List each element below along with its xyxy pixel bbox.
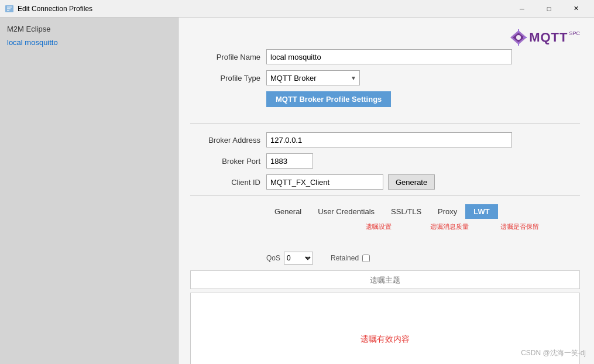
broker-address-row: Broker Address (190, 132, 580, 147)
mqtt-settings-button[interactable]: MQTT Broker Profile Settings (266, 91, 391, 107)
tab-proxy[interactable]: Proxy (430, 204, 465, 219)
tab-lwt[interactable]: LWT (465, 204, 497, 219)
retained-group: Retained (331, 254, 370, 262)
divider-2 (190, 195, 580, 196)
qos-select-wrapper: 0 1 2 ▼ (284, 252, 313, 265)
window-title: Edit Connection Profiles (18, 5, 92, 13)
retained-label: Retained (331, 254, 359, 262)
broker-port-input[interactable] (266, 153, 313, 169)
watermark: CSDN @沈海一笑-dj (521, 348, 586, 358)
content-area: MQTT SPC Profile Name Profile Type MQTT … (178, 18, 594, 364)
mqtt-logo-area: MQTT SPC (190, 29, 580, 46)
payload-placeholder: 遗嘱有效内容 (360, 334, 410, 345)
mqtt-logo-sub: SPC (569, 30, 580, 36)
svg-point-6 (516, 35, 521, 40)
title-bar: Edit Connection Profiles ─ □ ✕ (0, 0, 594, 18)
profile-name-row: Profile Name (190, 49, 580, 64)
settings-btn-row: MQTT Broker Profile Settings (190, 91, 580, 115)
tab-user-credentials[interactable]: User Credentials (310, 204, 383, 219)
lwt-annotations-area: 遗嘱设置 遗嘱消息质量 遗嘱是否保留 (266, 222, 580, 250)
maximize-button[interactable]: □ (535, 0, 562, 18)
topic-input[interactable] (191, 271, 579, 289)
profile-type-select[interactable]: MQTT Broker MQTT Publisher MQTT Subscrib… (266, 70, 360, 85)
minimize-button[interactable]: ─ (509, 0, 535, 18)
topic-input-wrapper (190, 270, 580, 289)
qos-label: QoS (266, 254, 280, 262)
broker-port-label: Broker Port (190, 157, 260, 166)
client-id-row: Client ID Generate (190, 174, 580, 190)
tabs-row: General User Credentials SSL/TLS Proxy L… (266, 204, 580, 219)
mqtt-logo-icon (509, 29, 528, 46)
generate-button[interactable]: Generate (388, 174, 435, 190)
tab-ssl-tls[interactable]: SSL/TLS (383, 204, 430, 219)
lwt-qos-annotation: 遗嘱消息质量 (430, 222, 469, 231)
tab-general[interactable]: General (266, 204, 310, 219)
sidebar-item-m2m-eclipse[interactable]: M2M Eclipse (0, 22, 178, 36)
broker-address-label: Broker Address (190, 136, 260, 145)
window-controls: ─ □ ✕ (509, 0, 589, 18)
qos-select[interactable]: 0 1 2 (284, 252, 313, 265)
mqtt-logo-text: MQTT (529, 30, 568, 45)
title-bar-left: Edit Connection Profiles (5, 4, 92, 13)
mqtt-logo: MQTT SPC (509, 29, 580, 46)
lwt-section: 遗嘱设置 遗嘱消息质量 遗嘱是否保留 QoS 0 1 2 ▼ (190, 222, 580, 364)
qos-group: QoS 0 1 2 ▼ (266, 252, 313, 265)
broker-address-input[interactable] (266, 132, 512, 147)
client-id-label: Client ID (190, 178, 260, 187)
topic-row (190, 270, 580, 289)
lwt-settings-annotation: 遗嘱设置 (366, 222, 392, 231)
divider-1 (190, 123, 580, 124)
retained-checkbox[interactable] (362, 255, 370, 262)
main-layout: M2M Eclipse local mosquitto MQTT SPC Pr (0, 18, 594, 364)
app-icon (5, 4, 14, 13)
sidebar-item-local-mosquitto[interactable]: local mosquitto (0, 36, 178, 49)
profile-type-select-wrapper: MQTT Broker MQTT Publisher MQTT Subscrib… (266, 70, 360, 85)
profile-type-row: Profile Type MQTT Broker MQTT Publisher … (190, 70, 580, 85)
sidebar: M2M Eclipse local mosquitto (0, 18, 178, 364)
lwt-retained-annotation: 遗嘱是否保留 (500, 222, 539, 231)
profile-name-label: Profile Name (190, 53, 260, 61)
client-id-input[interactable] (266, 174, 383, 190)
profile-type-label: Profile Type (190, 74, 260, 83)
qos-retained-row: QoS 0 1 2 ▼ Retained (266, 252, 580, 265)
profile-name-input[interactable] (266, 49, 512, 64)
close-button[interactable]: ✕ (562, 0, 589, 18)
broker-port-row: Broker Port (190, 153, 580, 169)
